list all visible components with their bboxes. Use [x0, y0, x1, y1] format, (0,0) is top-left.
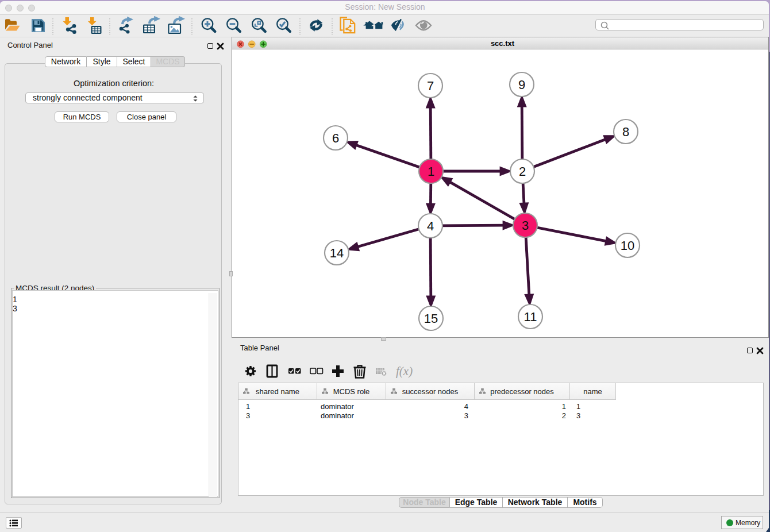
svg-text:8: 8: [622, 125, 629, 139]
svg-text:10: 10: [621, 238, 634, 253]
svg-text:4: 4: [427, 219, 434, 233]
svg-text:f(x): f(x): [396, 364, 413, 378]
svg-text:14: 14: [330, 246, 344, 260]
svg-text:2: 2: [519, 164, 526, 179]
svg-text:1: 1: [428, 164, 434, 179]
svg-text:15: 15: [424, 311, 438, 326]
svg-text:11: 11: [524, 310, 537, 324]
svg-text:9: 9: [518, 78, 525, 92]
svg-text:6: 6: [332, 131, 339, 145]
svg-text:3: 3: [522, 218, 529, 233]
svg-text:7: 7: [427, 79, 434, 93]
